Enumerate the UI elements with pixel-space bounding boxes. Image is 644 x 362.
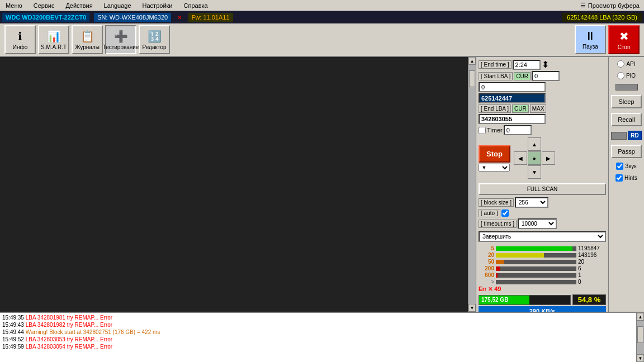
start-lba-value-row — [479, 82, 606, 92]
current-lba-input[interactable] — [479, 93, 546, 103]
menu-item-service[interactable]: Сервис — [28, 2, 60, 9]
sound-row: Звук — [616, 163, 637, 170]
hints-label: Hints — [624, 175, 637, 181]
hints-checkbox[interactable] — [615, 174, 623, 182]
err-label: Err ✕ — [479, 286, 493, 292]
err-fill-50 — [496, 260, 504, 264]
scroll-down-button[interactable]: ▼ — [468, 304, 476, 312]
err-num-200: 200 — [479, 265, 494, 272]
timeout-row: [ timeout,ms ] 10000 — [479, 218, 606, 229]
toolbar-stop-button[interactable]: ✖ Стоп — [608, 25, 640, 54]
sound-checkbox[interactable] — [616, 163, 623, 170]
scroll-thumb[interactable] — [469, 70, 475, 87]
log-scroll-thumb[interactable] — [637, 326, 643, 343]
err-bar-gt — [496, 280, 576, 284]
nav-left-button[interactable]: ◀ — [514, 151, 527, 165]
start-lba-row: [ Start LBA ] CUR — [479, 71, 606, 81]
progress-row: 175,52 GB 54,8 % — [479, 294, 606, 305]
err-fill-600 — [496, 273, 498, 278]
stop-button-area: Stop ▼ — [479, 145, 510, 172]
scan-scrollbar[interactable]: ▲ ▼ — [468, 57, 476, 312]
end-time-input[interactable] — [513, 60, 541, 70]
finish-select[interactable]: Завершить — [479, 231, 606, 242]
toolbar-journals-button[interactable]: 📋 Журналы — [72, 25, 103, 54]
buffer-view[interactable]: ☰ Просмотр буфера — [580, 2, 644, 9]
stop-button[interactable]: Stop — [479, 145, 510, 163]
cur-val-input[interactable] — [532, 71, 560, 81]
nav-down-button[interactable]: ▼ — [528, 165, 541, 179]
end-lba-row: [ End LBA ] CUR MAX — [479, 104, 606, 113]
auto-checkbox[interactable] — [501, 209, 509, 217]
start-lba-input[interactable] — [479, 82, 546, 92]
recall-button[interactable]: Recall — [611, 113, 642, 126]
stats-area: 5 1195847 20 143196 50 — [479, 245, 606, 312]
menu-item-help[interactable]: Справка — [178, 2, 214, 9]
speed-bar: 290 KB/s — [479, 306, 606, 312]
err-total-row: Err ✕ 49 — [479, 285, 606, 292]
err-bar-200 — [496, 266, 576, 271]
nav-diamond: ▲ ◀ ● ▶ ▼ — [514, 137, 555, 179]
toolbar-pause-button[interactable]: ⏸ Пауза — [575, 25, 606, 54]
err-bar-50 — [496, 260, 576, 264]
log-scrollbar[interactable]: ▲ ▼ — [636, 313, 644, 362]
err-count-50: 20 — [578, 259, 606, 265]
full-scan-button[interactable]: FULL SCAN — [479, 183, 606, 195]
drive-header: WDC WD3200BEVT-22ZCT0 SN: WD-WXE408JM632… — [0, 11, 644, 23]
progress-pct: 54,8 % — [572, 294, 606, 305]
scroll-up-button[interactable]: ▲ — [468, 57, 476, 65]
nav-empty-tr — [542, 137, 555, 151]
menu-item-actions[interactable]: Действия — [60, 2, 98, 9]
drive-name[interactable]: WDC WD3200BEVT-22ZCT0 — [2, 13, 89, 22]
err-bar-600 — [496, 273, 576, 278]
drive-lba: 625142448 LBA (320 GB) — [562, 13, 642, 22]
end-lba-input[interactable] — [479, 114, 546, 124]
err-num-gt: > — [479, 279, 494, 285]
menu-item-settings[interactable]: Настройки — [137, 2, 178, 9]
toolbar-editor-button[interactable]: 🔢 Редактор — [139, 25, 170, 54]
log-scroll-track[interactable] — [637, 321, 644, 354]
timer-input[interactable] — [504, 125, 532, 135]
timeout-select[interactable]: 10000 — [518, 218, 557, 229]
log-scroll-up[interactable]: ▲ — [637, 313, 644, 321]
menu-item-language[interactable]: Language — [98, 2, 137, 9]
radio-api-input[interactable] — [617, 60, 624, 68]
nav-right-button[interactable]: ▶ — [542, 151, 555, 165]
main-area: // Generate scan cells via JS after DOM … — [0, 57, 644, 312]
log-scroll-down[interactable]: ▼ — [637, 354, 644, 362]
stop-icon: ✖ — [619, 30, 629, 43]
block-size-select[interactable]: 256 — [515, 197, 548, 208]
passp-button[interactable]: Passp — [611, 145, 642, 158]
radio-api: API — [617, 60, 635, 68]
block-size-label: [ block size ] — [479, 198, 514, 207]
stop-dropdown[interactable]: ▼ — [479, 164, 510, 172]
rd-left-indicator — [611, 132, 627, 140]
rd-row: RD — [611, 131, 641, 140]
auto-row: [ auto ] — [479, 209, 606, 217]
end-time-spinner[interactable]: ⬍ — [542, 59, 549, 70]
nav-up-button[interactable]: ▲ — [528, 137, 541, 151]
toolbar-testing-button[interactable]: ➕ Тестирование — [105, 25, 136, 54]
drive-close-button[interactable]: × — [176, 14, 183, 21]
menu-item-menu[interactable]: Меню — [0, 2, 28, 9]
right-panel-top: [ End time ] ⬍ [ Start LBA ] CUR — [476, 57, 644, 312]
radio-pio-input[interactable] — [617, 72, 624, 79]
max-label: MAX — [530, 104, 547, 113]
log-entry-0: 15:49:35 LBA 342801981 try REMAP... Erro… — [2, 314, 634, 321]
err-count-20: 143196 — [578, 252, 606, 258]
toolbar-info-button[interactable]: ℹ Инфо — [4, 25, 36, 54]
scan-area: // Generate scan cells via JS after DOM … — [0, 57, 476, 312]
drive-sn: SN: WD-WXE408JM6320 — [94, 13, 171, 22]
err-fill-200 — [496, 266, 500, 271]
err-total-val: 49 — [494, 285, 501, 292]
err-row-20: 20 143196 — [479, 252, 606, 258]
toolbar-smart-button[interactable]: 📊 S.M.A.R.T — [38, 25, 69, 54]
toolbar: ℹ Инфо 📊 S.M.A.R.T 📋 Журналы ➕ Тестирова… — [0, 23, 644, 57]
nav-center-button[interactable]: ● — [528, 151, 541, 165]
timer-row: Timer — [479, 125, 606, 135]
progress-gb-text: 175,52 GB — [481, 297, 508, 303]
scroll-track[interactable] — [468, 65, 476, 304]
timer-checkbox[interactable] — [479, 127, 486, 134]
sleep-button[interactable]: Sleep — [611, 95, 642, 108]
err-num-20: 20 — [479, 252, 494, 258]
speed-text: 290 KB/s — [529, 308, 555, 312]
